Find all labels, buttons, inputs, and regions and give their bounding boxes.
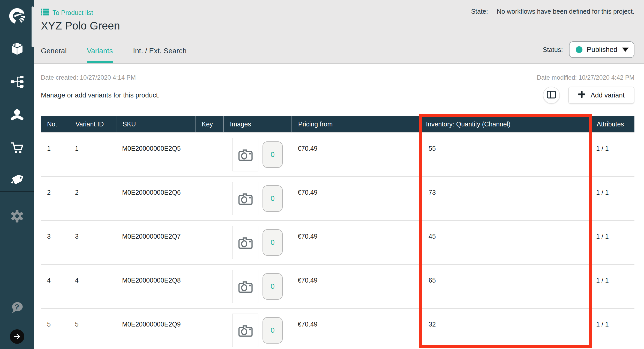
arrow-right-icon (10, 329, 24, 344)
help-question-glyph: ? (10, 301, 25, 313)
cell-images: 0 (223, 309, 291, 349)
cell-variant-id: 2 (69, 177, 116, 220)
image-count-badge[interactable]: 0 (263, 229, 283, 256)
table-row[interactable]: 5 5 M0E20000000E2Q9 0 (41, 308, 634, 349)
tab-int-ext-search[interactable]: Int. / Ext. Search (133, 47, 186, 63)
cell-sku: M0E20000000E2Q8 (116, 265, 195, 308)
tab-general[interactable]: General (41, 47, 67, 63)
sidebar-item-customers[interactable] (0, 103, 34, 127)
cell-pricing-from: €70.49 (291, 133, 419, 176)
back-link-label: To Product list (53, 9, 93, 17)
cell-pricing-from: €70.49 (291, 177, 419, 220)
gear-icon (10, 209, 24, 224)
cell-no: 5 (41, 309, 69, 349)
plus-icon (578, 91, 585, 100)
package-box-icon (10, 41, 24, 57)
cell-inventory: 55 (419, 133, 590, 176)
sidebar-item-settings[interactable] (0, 205, 34, 229)
sidebar: ? (0, 0, 34, 349)
image-placeholder-button[interactable] (232, 182, 258, 215)
column-header-key: Key (195, 116, 223, 132)
cell-inventory: 32 (419, 309, 590, 349)
cell-inventory: 65 (419, 265, 590, 308)
sidebar-item-support[interactable]: ? (0, 296, 34, 320)
cell-inventory: 73 (419, 177, 590, 220)
cell-attributes: 1 / 1 (590, 309, 634, 349)
date-created: Date created: 10/27/2020 4:14 PM (41, 74, 136, 81)
cell-attributes: 1 / 1 (590, 221, 634, 264)
column-header-variant-id: Variant ID (69, 116, 116, 132)
cell-images: 0 (223, 221, 291, 264)
image-placeholder-button[interactable] (232, 270, 258, 303)
date-modified: Date modified: 10/27/2020 4:42 PM (537, 74, 634, 81)
sidebar-item-collapse[interactable] (0, 325, 34, 348)
cell-pricing-from: €70.49 (291, 221, 419, 264)
status-row: Status: Published (543, 41, 634, 58)
back-to-product-list-link[interactable]: To Product list (41, 9, 93, 17)
column-header-inventory: Inventory: Quantity (Channel) (419, 116, 590, 132)
table-row[interactable]: 2 2 M0E20000000E2Q6 0 (41, 176, 634, 220)
active-tab-underline (87, 61, 113, 63)
column-settings-button[interactable] (543, 87, 560, 104)
columns-icon (547, 91, 556, 100)
add-variant-label: Add variant (590, 91, 625, 99)
table-row[interactable]: 1 1 M0E20000000E2Q5 0 (41, 132, 634, 176)
table-row[interactable]: 4 4 M0E20000000E2Q8 0 (41, 264, 634, 308)
cell-key (195, 133, 223, 176)
image-placeholder-button[interactable] (232, 226, 258, 259)
cell-variant-id: 5 (69, 309, 116, 349)
cell-sku: M0E20000000E2Q7 (116, 221, 195, 264)
page-header: To Product list XYZ Polo Green General V… (34, 0, 644, 64)
cell-variant-id: 3 (69, 221, 116, 264)
cell-no: 4 (41, 265, 69, 308)
cell-sku: M0E20000000E2Q9 (116, 309, 195, 349)
cell-images: 0 (223, 265, 291, 308)
sidebar-item-discounts[interactable] (0, 168, 34, 192)
sidebar-item-orders[interactable] (0, 136, 34, 160)
cell-inventory: 45 (419, 221, 590, 264)
sidebar-item-dashboard[interactable] (0, 5, 34, 28)
cell-variant-id: 1 (69, 133, 116, 176)
column-header-images: Images (223, 116, 291, 132)
image-placeholder-button[interactable] (232, 138, 258, 171)
dates-row: Date created: 10/27/2020 4:14 PM Date mo… (34, 74, 644, 81)
table-row[interactable]: 3 3 M0E20000000E2Q7 0 (41, 220, 634, 264)
cell-images: 0 (223, 133, 291, 176)
sidebar-scrollbar-thumb[interactable] (32, 6, 34, 47)
column-header-sku: SKU (116, 116, 195, 132)
chevron-down-icon (622, 48, 629, 52)
add-variant-button[interactable]: Add variant (568, 87, 634, 104)
image-count-badge[interactable]: 0 (263, 273, 283, 300)
cell-variant-id: 4 (69, 265, 116, 308)
cell-key (195, 177, 223, 220)
tab-variants[interactable]: Variants (87, 47, 113, 63)
cell-attributes: 1 / 1 (590, 133, 634, 176)
tag-icon (10, 172, 24, 188)
image-count-badge[interactable]: 0 (263, 141, 283, 168)
help-bubble-icon: ? (10, 301, 25, 315)
cell-key (195, 265, 223, 308)
page-title: XYZ Polo Green (41, 20, 120, 32)
sidebar-item-products[interactable] (0, 37, 34, 61)
status-label: Status: (543, 46, 563, 54)
cell-attributes: 1 / 1 (590, 177, 634, 220)
image-count-badge[interactable]: 0 (263, 185, 283, 212)
manage-variants-description: Manage or add variants for this product. (41, 91, 160, 99)
actions-row: Manage or add variants for this product. (34, 87, 644, 104)
table-header-row: No. Variant ID SKU Key Images Pricing fr… (41, 116, 634, 132)
variants-table: No. Variant ID SKU Key Images Pricing fr… (41, 116, 634, 349)
shopping-cart-icon (10, 141, 24, 156)
status-dropdown[interactable]: Published (569, 41, 634, 58)
person-icon (10, 108, 24, 123)
tab-int-ext-search-label: Int. / Ext. Search (133, 47, 186, 55)
sidebar-item-categories[interactable] (0, 70, 34, 94)
status-value: Published (587, 46, 617, 54)
cell-no: 2 (41, 177, 69, 220)
merchant-center-app: ? (0, 0, 644, 349)
tab-general-label: General (41, 47, 67, 55)
cell-sku: M0E20000000E2Q5 (116, 133, 195, 176)
image-placeholder-button[interactable] (232, 314, 258, 347)
image-count-badge[interactable]: 0 (263, 317, 283, 344)
cell-images: 0 (223, 177, 291, 220)
cell-attributes: 1 / 1 (590, 265, 634, 308)
